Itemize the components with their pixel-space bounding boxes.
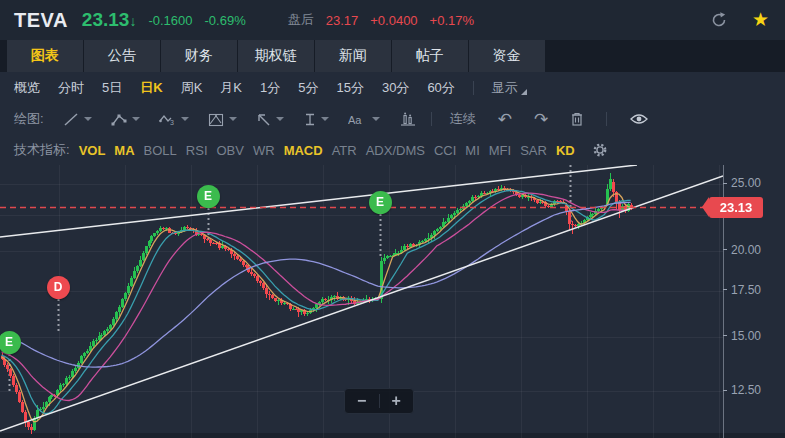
drawing-label: 绘图: [14,110,44,128]
last-price: 23.13↓ [82,9,137,31]
drawing-toolbar: 绘图: 3 Aa [0,103,785,135]
zoom-in-button[interactable]: + [380,389,414,413]
redo-icon[interactable]: ↷ [534,111,548,128]
visibility-eye-icon[interactable] [629,112,649,126]
divider [606,112,607,126]
gear-icon[interactable] [592,142,608,158]
indicator-ma[interactable]: MA [114,143,134,158]
arrow-icon [256,112,272,127]
period-15min[interactable]: 15分 [336,79,363,97]
indicator-mi[interactable]: MI [465,143,479,158]
elliott-wave-tool[interactable]: 3 [159,112,189,127]
price-axis-label: 15.00 [723,329,761,343]
indicator-obv[interactable]: OBV [217,143,244,158]
indicator-sar[interactable]: SAR [520,143,547,158]
price-axis-label: 17.50 [723,283,761,297]
trend-line-tool[interactable] [63,112,92,127]
price-note-icon [303,112,317,127]
divider [473,81,474,95]
tab-announcements[interactable]: 公告 [84,40,160,72]
quote-header: TEVA 23.13↓ -0.1600 -0.69% 盘后 23.17 +0.0… [0,0,785,40]
event-marker-e[interactable]: E [369,191,392,214]
event-marker-e[interactable]: E [197,185,220,208]
price-note-tool[interactable] [303,112,329,127]
indicator-wr[interactable]: WR [253,143,275,158]
tab-financials[interactable]: 财务 [161,40,237,72]
after-hours-price: 23.17 [326,13,359,28]
chevron-down-icon [84,117,92,121]
svg-text:3: 3 [170,119,174,126]
indicator-bar: 技术指标: VOL MA BOLL RSI OBV WR MACD ATR AD… [0,135,785,165]
corner-triangle-icon [521,89,527,95]
down-arrow-icon: ↓ [129,13,136,29]
indicator-mfi[interactable]: MFI [489,143,511,158]
indicator-cci[interactable]: CCI [434,143,456,158]
favorite-star-icon[interactable]: ★ [752,10,769,30]
after-hours-pct: +0.17% [430,13,474,28]
trash-icon[interactable] [570,111,584,127]
event-marker-e[interactable]: E [0,331,21,354]
chevron-down-icon [132,117,140,121]
chevron-down-icon [276,117,284,121]
indicator-adxdms[interactable]: ADX/DMS [366,143,425,158]
chevron-down-icon [229,117,237,121]
display-menu-button[interactable]: 显示 [492,79,527,97]
period-daily-k[interactable]: 日K [140,79,162,97]
text-icon: Aa [348,112,368,127]
period-5min[interactable]: 5分 [298,79,318,97]
chevron-down-icon [321,117,329,121]
price-change-pct: -0.69% [205,13,246,28]
period-overview[interactable]: 概览 [14,79,40,97]
event-marker-d[interactable]: D [47,276,70,299]
indicator-atr[interactable]: ATR [332,143,357,158]
divider [431,112,432,126]
stock-app-window: TEVA 23.13↓ -0.1600 -0.69% 盘后 23.17 +0.0… [0,0,785,438]
indicator-kd[interactable]: KD [556,143,575,158]
after-hours-label: 盘后 [288,11,314,29]
chart-area: 25.00 22.50 20.00 17.50 15.00 12.50 E D … [0,165,785,438]
period-weekly-k[interactable]: 周K [181,79,203,97]
indicator-vol[interactable]: VOL [79,143,106,158]
indicator-rsi[interactable]: RSI [186,143,208,158]
period-1min[interactable]: 1分 [260,79,280,97]
price-axis-label: 25.00 [723,176,761,190]
price-axis-label: 20.00 [723,243,761,257]
symbol-label: TEVA [14,9,68,32]
trend-line-icon [63,112,80,127]
svg-text:Aa: Aa [348,114,362,126]
refresh-icon[interactable] [708,9,730,31]
indicator-label: 技术指标: [14,141,70,159]
period-60min[interactable]: 60分 [427,79,454,97]
text-tool[interactable]: Aa [348,112,380,127]
period-30min[interactable]: 30分 [382,79,409,97]
pattern-tool[interactable] [208,112,237,127]
tab-chart[interactable]: 图表 [7,40,83,72]
arrow-tool[interactable] [256,112,284,127]
tab-news[interactable]: 新闻 [315,40,391,72]
period-monthly-k[interactable]: 月K [220,79,242,97]
tab-bar: 图表 公告 财务 期权链 新闻 帖子 资金 [0,40,785,72]
period-5day[interactable]: 5日 [102,79,122,97]
tab-funds[interactable]: 资金 [469,40,545,72]
polyline-icon [111,112,128,127]
indicator-macd[interactable]: MACD [284,143,323,158]
period-bar: 概览 分时 5日 日K 周K 月K 1分 5分 15分 30分 60分 显示 [0,72,785,103]
chevron-down-icon [372,117,380,121]
tab-options-chain[interactable]: 期权链 [238,40,314,72]
polyline-tool[interactable] [111,112,140,127]
price-axis-label: 12.50 [723,383,761,397]
current-price-tag: 23.13 [709,197,763,218]
period-intraday[interactable]: 分时 [58,79,84,97]
volume-profile-tool[interactable] [399,111,417,127]
tab-posts[interactable]: 帖子 [392,40,468,72]
elliott-wave-icon: 3 [159,112,177,127]
undo-icon[interactable]: ↶ [498,111,512,128]
indicator-boll[interactable]: BOLL [144,143,177,158]
price-change: -0.1600 [148,13,192,28]
pattern-icon [208,112,225,127]
chevron-down-icon [181,117,189,121]
continuous-draw-toggle[interactable]: 连续 [450,110,476,128]
zoom-out-button[interactable]: − [345,389,379,413]
zoom-controls: − + [344,388,414,414]
volume-profile-icon [399,111,417,127]
